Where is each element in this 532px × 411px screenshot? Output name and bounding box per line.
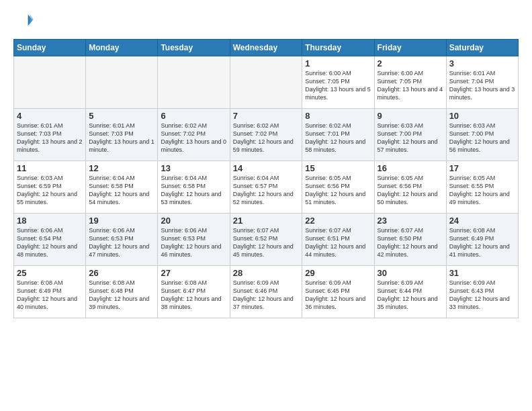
day-info: Sunrise: 6:08 AMSunset: 6:49 PMDaylight:… (449, 226, 515, 259)
calendar-cell: 10Sunrise: 6:03 AMSunset: 7:00 PMDayligh… (446, 109, 518, 161)
day-info: Sunrise: 6:01 AMSunset: 7:04 PMDaylight:… (449, 69, 515, 102)
day-info: Sunrise: 6:07 AMSunset: 6:51 PMDaylight:… (305, 226, 371, 259)
day-number: 19 (89, 216, 154, 226)
calendar-cell: 17Sunrise: 6:05 AMSunset: 6:55 PMDayligh… (446, 161, 518, 214)
calendar-cell (14, 56, 86, 109)
day-info: Sunrise: 6:06 AMSunset: 6:54 PMDaylight:… (17, 226, 83, 259)
day-info: Sunrise: 6:04 AMSunset: 6:58 PMDaylight:… (89, 174, 154, 207)
calendar-header-row: SundayMondayTuesdayWednesdayThursdayFrid… (14, 40, 519, 56)
day-number: 15 (305, 163, 371, 173)
day-header-friday: Friday (374, 40, 446, 56)
day-info: Sunrise: 6:02 AMSunset: 7:02 PMDaylight:… (161, 122, 226, 154)
calendar-cell: 3Sunrise: 6:01 AMSunset: 7:04 PMDaylight… (446, 56, 518, 109)
day-number: 14 (233, 163, 300, 173)
calendar-cell: 25Sunrise: 6:08 AMSunset: 6:49 PMDayligh… (14, 266, 86, 318)
calendar-cell: 14Sunrise: 6:04 AMSunset: 6:57 PMDayligh… (230, 161, 302, 214)
day-number: 21 (233, 216, 300, 226)
day-number: 24 (449, 216, 515, 226)
day-info: Sunrise: 6:05 AMSunset: 6:56 PMDaylight:… (305, 174, 371, 207)
day-number: 4 (17, 111, 83, 121)
day-number: 8 (305, 111, 371, 121)
day-info: Sunrise: 6:09 AMSunset: 6:43 PMDaylight:… (449, 279, 515, 312)
calendar-cell: 19Sunrise: 6:06 AMSunset: 6:53 PMDayligh… (86, 214, 158, 266)
day-number: 10 (449, 111, 515, 121)
day-info: Sunrise: 6:08 AMSunset: 6:49 PMDaylight:… (17, 279, 83, 312)
day-info: Sunrise: 6:03 AMSunset: 7:00 PMDaylight:… (378, 122, 443, 154)
calendar-cell: 5Sunrise: 6:01 AMSunset: 7:03 PMDaylight… (86, 109, 158, 161)
day-number: 6 (161, 111, 226, 121)
calendar-cell (86, 56, 158, 109)
day-info: Sunrise: 6:00 AMSunset: 7:05 PMDaylight:… (305, 69, 371, 102)
calendar-cell: 15Sunrise: 6:05 AMSunset: 6:56 PMDayligh… (302, 161, 374, 214)
calendar-cell: 8Sunrise: 6:02 AMSunset: 7:01 PMDaylight… (302, 109, 374, 161)
header (13, 11, 519, 32)
calendar-cell (158, 56, 230, 109)
day-info: Sunrise: 6:04 AMSunset: 6:58 PMDaylight:… (161, 174, 226, 207)
calendar-cell: 24Sunrise: 6:08 AMSunset: 6:49 PMDayligh… (446, 214, 518, 266)
day-number: 5 (89, 111, 154, 121)
day-number: 17 (449, 163, 515, 173)
day-number: 1 (305, 58, 371, 68)
day-header-saturday: Saturday (446, 40, 518, 56)
day-header-sunday: Sunday (14, 40, 86, 56)
calendar-week-1: 1Sunrise: 6:00 AMSunset: 7:05 PMDaylight… (14, 56, 519, 109)
day-number: 20 (161, 216, 226, 226)
day-number: 9 (378, 111, 443, 121)
calendar-week-4: 18Sunrise: 6:06 AMSunset: 6:54 PMDayligh… (14, 214, 519, 266)
calendar-cell: 20Sunrise: 6:06 AMSunset: 6:53 PMDayligh… (158, 214, 230, 266)
calendar-cell: 6Sunrise: 6:02 AMSunset: 7:02 PMDaylight… (158, 109, 230, 161)
calendar-week-2: 4Sunrise: 6:01 AMSunset: 7:03 PMDaylight… (14, 109, 519, 161)
day-header-wednesday: Wednesday (230, 40, 302, 56)
logo (13, 11, 34, 32)
day-number: 2 (378, 58, 443, 68)
day-info: Sunrise: 6:06 AMSunset: 6:53 PMDaylight:… (89, 226, 154, 259)
day-info: Sunrise: 6:08 AMSunset: 6:47 PMDaylight:… (161, 279, 226, 312)
calendar-cell (230, 56, 302, 109)
day-info: Sunrise: 6:03 AMSunset: 7:00 PMDaylight:… (449, 122, 515, 154)
calendar-cell: 28Sunrise: 6:09 AMSunset: 6:46 PMDayligh… (230, 266, 302, 318)
calendar-cell: 31Sunrise: 6:09 AMSunset: 6:43 PMDayligh… (446, 266, 518, 318)
calendar-cell: 22Sunrise: 6:07 AMSunset: 6:51 PMDayligh… (302, 214, 374, 266)
calendar-cell: 16Sunrise: 6:05 AMSunset: 6:56 PMDayligh… (374, 161, 446, 214)
calendar-cell: 1Sunrise: 6:00 AMSunset: 7:05 PMDaylight… (302, 56, 374, 109)
logo-icon (15, 11, 34, 30)
day-number: 18 (17, 216, 83, 226)
day-info: Sunrise: 6:01 AMSunset: 7:03 PMDaylight:… (17, 122, 83, 154)
day-number: 27 (161, 268, 226, 278)
calendar-week-3: 11Sunrise: 6:03 AMSunset: 6:59 PMDayligh… (14, 161, 519, 214)
day-info: Sunrise: 6:04 AMSunset: 6:57 PMDaylight:… (233, 174, 300, 207)
day-number: 29 (305, 268, 371, 278)
day-number: 16 (378, 163, 443, 173)
calendar-cell: 9Sunrise: 6:03 AMSunset: 7:00 PMDaylight… (374, 109, 446, 161)
calendar-cell: 30Sunrise: 6:09 AMSunset: 6:44 PMDayligh… (374, 266, 446, 318)
day-info: Sunrise: 6:07 AMSunset: 6:52 PMDaylight:… (233, 226, 300, 259)
day-info: Sunrise: 6:09 AMSunset: 6:46 PMDaylight:… (233, 279, 300, 312)
day-header-monday: Monday (86, 40, 158, 56)
day-number: 28 (233, 268, 300, 278)
day-number: 23 (378, 216, 443, 226)
calendar-cell: 4Sunrise: 6:01 AMSunset: 7:03 PMDaylight… (14, 109, 86, 161)
calendar-cell: 21Sunrise: 6:07 AMSunset: 6:52 PMDayligh… (230, 214, 302, 266)
page: SundayMondayTuesdayWednesdayThursdayFrid… (0, 0, 532, 325)
calendar-cell: 18Sunrise: 6:06 AMSunset: 6:54 PMDayligh… (14, 214, 86, 266)
day-header-thursday: Thursday (302, 40, 374, 56)
calendar-cell: 13Sunrise: 6:04 AMSunset: 6:58 PMDayligh… (158, 161, 230, 214)
day-info: Sunrise: 6:09 AMSunset: 6:44 PMDaylight:… (378, 279, 443, 312)
day-info: Sunrise: 6:05 AMSunset: 6:55 PMDaylight:… (449, 174, 515, 207)
calendar-week-5: 25Sunrise: 6:08 AMSunset: 6:49 PMDayligh… (14, 266, 519, 318)
day-info: Sunrise: 6:05 AMSunset: 6:56 PMDaylight:… (378, 174, 443, 207)
day-info: Sunrise: 6:01 AMSunset: 7:03 PMDaylight:… (89, 122, 154, 154)
day-number: 30 (378, 268, 443, 278)
day-info: Sunrise: 6:09 AMSunset: 6:45 PMDaylight:… (305, 279, 371, 312)
day-number: 31 (449, 268, 515, 278)
day-number: 12 (89, 163, 154, 173)
day-info: Sunrise: 6:02 AMSunset: 7:02 PMDaylight:… (233, 122, 300, 154)
day-info: Sunrise: 6:02 AMSunset: 7:01 PMDaylight:… (305, 122, 371, 154)
calendar-table: SundayMondayTuesdayWednesdayThursdayFrid… (13, 39, 519, 318)
calendar-cell: 23Sunrise: 6:07 AMSunset: 6:50 PMDayligh… (374, 214, 446, 266)
day-info: Sunrise: 6:00 AMSunset: 7:05 PMDaylight:… (378, 69, 443, 102)
day-info: Sunrise: 6:08 AMSunset: 6:48 PMDaylight:… (89, 279, 154, 312)
day-number: 26 (89, 268, 154, 278)
day-number: 22 (305, 216, 371, 226)
calendar-cell: 7Sunrise: 6:02 AMSunset: 7:02 PMDaylight… (230, 109, 302, 161)
